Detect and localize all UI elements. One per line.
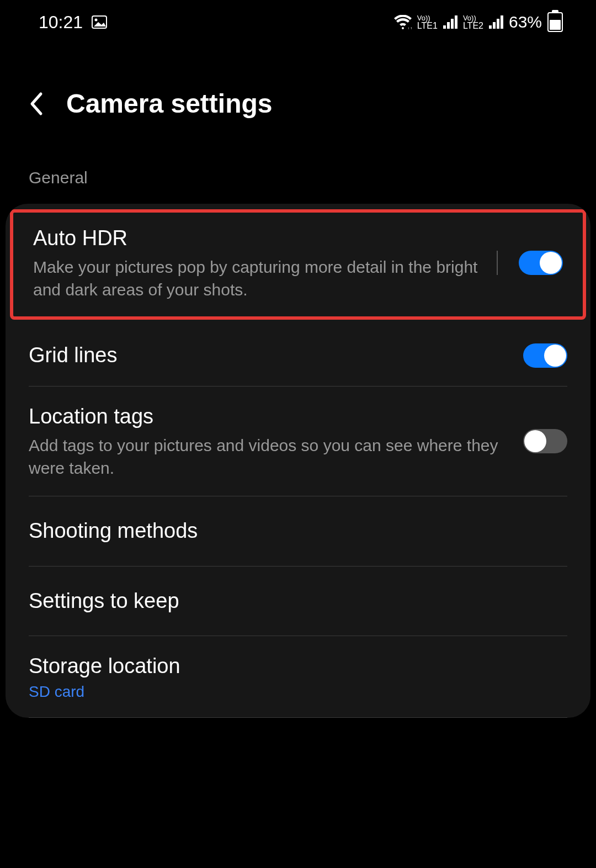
setting-shooting-methods[interactable]: Shooting methods bbox=[6, 496, 590, 565]
setting-value: SD card bbox=[29, 683, 567, 701]
setting-description: Make your pictures pop by capturing more… bbox=[33, 256, 486, 301]
setting-title: Shooting methods bbox=[29, 517, 567, 544]
setting-title: Settings to keep bbox=[29, 588, 567, 615]
status-left: 10:21 bbox=[39, 12, 107, 33]
vertical-divider bbox=[497, 251, 498, 275]
setting-title: Auto HDR bbox=[33, 225, 486, 252]
page-title: Camera settings bbox=[66, 88, 272, 119]
back-icon[interactable] bbox=[28, 91, 44, 117]
setting-settings-to-keep[interactable]: Settings to keep bbox=[6, 567, 590, 636]
highlight-box: Auto HDR Make your pictures pop by captu… bbox=[10, 209, 586, 320]
page-header: Camera settings bbox=[0, 44, 596, 141]
lte1-label: Vo)) LTE1 bbox=[417, 14, 438, 30]
setting-grid-lines[interactable]: Grid lines bbox=[6, 325, 590, 385]
setting-title: Grid lines bbox=[29, 342, 512, 369]
battery-percent: 63% bbox=[509, 13, 542, 31]
battery-icon bbox=[547, 12, 563, 32]
auto-hdr-toggle[interactable] bbox=[519, 251, 563, 275]
setting-text: Settings to keep bbox=[29, 588, 567, 615]
setting-text: Grid lines bbox=[29, 342, 512, 369]
status-time: 10:21 bbox=[39, 12, 83, 33]
status-right: ↓↑ Vo)) LTE1 Vo)) LTE2 63% bbox=[394, 12, 563, 32]
grid-lines-toggle[interactable] bbox=[523, 343, 567, 368]
divider bbox=[29, 717, 567, 718]
wifi-icon: ↓↑ bbox=[394, 15, 412, 29]
svg-text:↓↑: ↓↑ bbox=[407, 25, 412, 29]
setting-text: Location tags Add tags to your pictures … bbox=[29, 403, 512, 479]
setting-description: Add tags to your pictures and videos so … bbox=[29, 435, 512, 479]
setting-auto-hdr[interactable]: Auto HDR Make your pictures pop by captu… bbox=[13, 213, 583, 316]
signal1-icon bbox=[443, 15, 457, 29]
setting-text: Shooting methods bbox=[29, 517, 567, 544]
settings-card: Auto HDR Make your pictures pop by captu… bbox=[6, 204, 590, 718]
setting-text: Auto HDR Make your pictures pop by captu… bbox=[33, 225, 486, 301]
section-header: General bbox=[0, 141, 596, 204]
setting-location-tags[interactable]: Location tags Add tags to your pictures … bbox=[6, 387, 590, 496]
setting-title: Location tags bbox=[29, 403, 512, 430]
lte2-label: Vo)) LTE2 bbox=[463, 14, 483, 30]
svg-point-1 bbox=[95, 19, 98, 22]
status-bar: 10:21 ↓↑ Vo)) LTE1 Vo)) LTE2 63% bbox=[0, 0, 596, 44]
signal2-icon bbox=[489, 15, 503, 29]
setting-storage-location[interactable]: Storage location SD card bbox=[6, 636, 590, 717]
image-icon bbox=[92, 15, 107, 29]
setting-text: Storage location SD card bbox=[29, 653, 567, 701]
location-tags-toggle[interactable] bbox=[523, 429, 567, 453]
setting-title: Storage location bbox=[29, 653, 567, 680]
